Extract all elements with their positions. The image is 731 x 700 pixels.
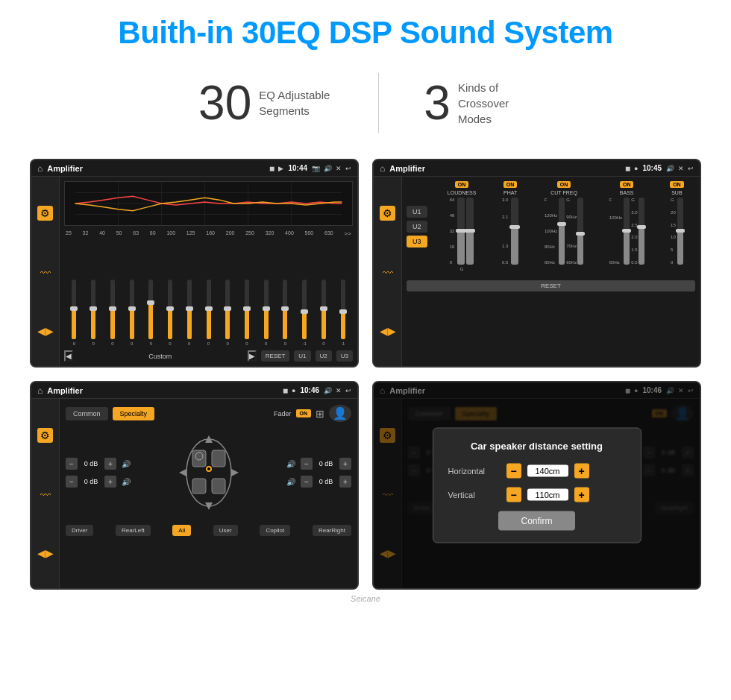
user-icon[interactable]: 👤 (329, 405, 351, 422)
cutfreq-track-1[interactable] (559, 198, 565, 265)
vertical-plus[interactable]: + (574, 488, 589, 502)
screen-specialty: ⌂ Amplifier ◼ ● 10:46 🔊 ✕ ↩ ⚙ 〰 ◀▶ (30, 381, 359, 590)
crossover-tune-icon[interactable]: ⚙ (380, 206, 395, 221)
eq-track-2[interactable] (110, 280, 115, 339)
back-icon-3[interactable]: ↩ (345, 387, 351, 394)
front-right-plus[interactable]: + (339, 458, 351, 470)
horizontal-minus[interactable]: − (506, 464, 521, 479)
eq-track-5[interactable] (168, 280, 172, 339)
eq-next-btn[interactable]: ▶ (248, 350, 257, 362)
eq-track-13[interactable] (321, 280, 326, 339)
volume-icon: 🔊 (324, 165, 332, 172)
u1-btn[interactable]: U1 (407, 206, 427, 218)
more-icon[interactable]: >> (344, 230, 351, 237)
crossover-vol-icon[interactable]: ◀▶ (380, 325, 396, 337)
front-left-minus[interactable]: − (66, 458, 78, 470)
bass-track-2[interactable] (639, 198, 644, 265)
home-icon-2[interactable]: ⌂ (380, 163, 385, 174)
close-icon-2[interactable]: ✕ (678, 165, 684, 172)
eq-volume-icon[interactable]: ◀▶ (37, 325, 54, 337)
loudness-track-2[interactable] (466, 198, 474, 265)
specialty-btn[interactable]: Specialty (113, 407, 155, 420)
topbar-time-specialty: 10:46 (300, 386, 319, 394)
eq-track-7[interactable] (207, 280, 211, 339)
rear-left-plus[interactable]: + (104, 476, 116, 488)
rear-right-minus[interactable]: − (301, 476, 313, 488)
eq-track-0[interactable] (72, 280, 76, 339)
rear-right-plus[interactable]: + (339, 476, 351, 488)
back-icon[interactable]: ↩ (345, 165, 351, 172)
horizontal-row: Horizontal − 140cm + (448, 464, 626, 479)
watermark: Seicane (30, 594, 701, 603)
eq-reset-btn[interactable]: RESET (261, 350, 290, 362)
u3-btn[interactable]: U3 (407, 236, 427, 247)
crossover-wave-icon[interactable]: 〰 (383, 267, 393, 279)
all-btn[interactable]: All (172, 525, 191, 536)
eq-sliders: 0 0 0 0 (64, 240, 353, 346)
spec-top: Common Specialty Fader ON ⊞ 👤 (66, 405, 351, 422)
sub-on[interactable]: ON (670, 181, 684, 188)
eq-graph (64, 181, 353, 226)
eq-track-11[interactable] (283, 280, 287, 339)
eq-track-8[interactable] (225, 280, 230, 339)
eq-freq-80: 80 (150, 230, 156, 237)
eq-u3-btn[interactable]: U3 (336, 350, 353, 362)
eq-u2-btn[interactable]: U2 (316, 350, 332, 362)
phat-on[interactable]: ON (503, 181, 518, 188)
eq-slider-14: -1 (334, 280, 351, 346)
camera-icon: 📷 (312, 165, 320, 172)
driver-btn[interactable]: Driver (66, 525, 93, 536)
eq-prev-btn[interactable]: ◀ (64, 350, 73, 362)
phat-name: PHAT (503, 190, 517, 195)
confirm-button[interactable]: Confirm (498, 511, 574, 531)
loudness-on[interactable]: ON (455, 181, 469, 188)
eq-u1-btn[interactable]: U1 (294, 350, 310, 362)
horizontal-plus[interactable]: + (574, 464, 589, 479)
screen-crossover: ⌂ Amplifier ◼ ● 10:45 🔊 ✕ ↩ ⚙ 〰 ◀▶ (372, 159, 701, 368)
crossover-reset-btn[interactable]: RESET (407, 280, 695, 291)
bass-sliders: F 100Hz 60Hz (609, 198, 644, 265)
back-icon-2[interactable]: ↩ (688, 165, 694, 172)
close-icon-3[interactable]: ✕ (336, 387, 342, 394)
rear-left-btn[interactable]: RearLeft (116, 525, 151, 536)
eq-track-4[interactable] (148, 280, 153, 339)
eq-track-6[interactable] (187, 280, 192, 339)
eq-track-1[interactable] (91, 280, 95, 339)
cutfreq-on[interactable]: ON (557, 181, 571, 188)
user-preset-btn[interactable]: User (213, 525, 238, 536)
sub-track[interactable] (677, 198, 683, 265)
home-icon-3[interactable]: ⌂ (37, 385, 43, 396)
spec-tune-icon[interactable]: ⚙ (37, 428, 53, 443)
copilot-btn[interactable]: Copilot (260, 525, 290, 536)
play-icon: ▶ (278, 165, 283, 172)
fader-slider-icon[interactable]: ⊞ (316, 408, 324, 420)
eq-track-9[interactable] (245, 280, 249, 339)
eq-track-10[interactable] (264, 280, 269, 339)
rear-right-btn[interactable]: RearRight (313, 525, 351, 536)
vertical-minus[interactable]: − (506, 488, 521, 502)
front-left-plus[interactable]: + (104, 458, 116, 470)
rear-left-minus[interactable]: − (66, 476, 78, 488)
close-icon[interactable]: ✕ (336, 165, 342, 172)
eq-track-3[interactable] (130, 280, 134, 339)
home-icon[interactable]: ⌂ (37, 163, 43, 174)
spec-wave-icon[interactable]: 〰 (40, 489, 51, 501)
loudness-track-1[interactable] (457, 198, 465, 265)
eq-tune-icon[interactable]: ⚙ (37, 206, 53, 221)
common-btn[interactable]: Common (66, 407, 108, 420)
cutfreq-track-2[interactable] (577, 198, 583, 265)
rear-left-val: 0 dB (81, 478, 101, 485)
eq-track-12[interactable] (302, 280, 307, 339)
eq-track-14[interactable] (341, 280, 345, 339)
phat-track[interactable] (511, 198, 518, 265)
bass-track-1[interactable] (624, 198, 630, 265)
front-right-minus[interactable]: − (301, 458, 313, 470)
bass-on[interactable]: ON (620, 181, 634, 188)
spec-vol-icon[interactable]: ◀▶ (37, 547, 54, 559)
eq-labels: 25 32 40 50 63 80 100 125 160 200 250 32… (64, 230, 353, 237)
bass-labels-g: G 3.0 2.5 2.0 1.5 0.5 (631, 198, 637, 265)
u2-btn[interactable]: U2 (407, 221, 427, 233)
eq-wave-icon[interactable]: 〰 (40, 267, 51, 279)
stats-row: 30 EQ Adjustable Segments 3 Kinds of Cro… (30, 73, 701, 133)
fader-on-badge[interactable]: ON (296, 409, 312, 417)
